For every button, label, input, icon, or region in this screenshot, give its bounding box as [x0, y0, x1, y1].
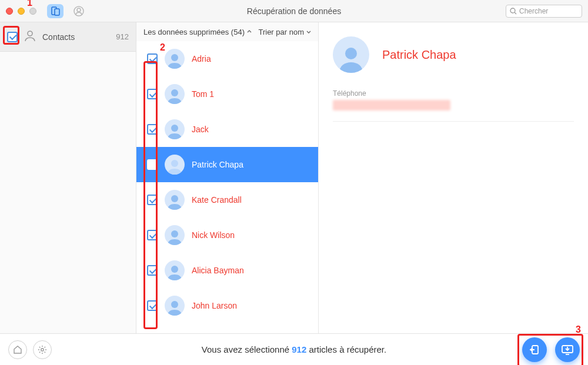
svg-point-4: [510, 8, 515, 13]
svg-point-14: [171, 301, 178, 308]
contact-checkbox[interactable]: [147, 195, 158, 205]
chevron-up-icon: [247, 29, 252, 34]
contact-row[interactable]: Adria: [136, 41, 318, 76]
gear-icon: [38, 345, 47, 354]
contact-name: Nick Wilson: [192, 230, 235, 240]
contact-name: Adria: [192, 54, 211, 63]
status-count: 912: [292, 344, 306, 354]
contacts-icon: [24, 29, 36, 44]
contact-row[interactable]: Tom 1: [136, 76, 318, 112]
sidebar-item-count: 912: [116, 32, 129, 41]
svg-point-8: [171, 89, 178, 96]
filter-deleted-dropdown[interactable]: Les données supprimées (54): [143, 28, 252, 36]
search-input[interactable]: Chercher: [506, 5, 582, 18]
select-all-checkbox[interactable]: [7, 32, 18, 42]
sort-label: Trier par nom: [258, 28, 304, 36]
maximize-window-button[interactable]: [29, 8, 36, 15]
contact-row[interactable]: Alicia Bayman: [136, 253, 318, 288]
home-button[interactable]: [8, 340, 27, 359]
contact-name: Kate Crandall: [192, 195, 242, 205]
contact-name: Jack: [192, 125, 209, 134]
contact-detail-pane: Patrick Chapa Téléphone: [319, 22, 588, 333]
svg-point-16: [41, 348, 44, 350]
avatar: [165, 49, 185, 69]
recover-to-computer-button[interactable]: [555, 337, 580, 362]
recover-to-device-button[interactable]: [522, 337, 547, 362]
contact-name: Patrick Chapa: [382, 48, 456, 62]
search-placeholder: Chercher: [519, 7, 548, 15]
avatar: [165, 190, 185, 210]
download-computer-icon: [561, 344, 574, 356]
search-icon: [510, 8, 517, 15]
sort-dropdown[interactable]: Trier par nom: [258, 28, 311, 36]
contact-row[interactable]: John Larson: [136, 288, 318, 323]
contact-name: Alicia Bayman: [192, 266, 244, 275]
svg-point-10: [171, 160, 178, 167]
svg-point-3: [77, 8, 81, 12]
avatar: [165, 260, 185, 280]
contact-checkbox[interactable]: [147, 89, 158, 99]
svg-point-11: [171, 195, 178, 202]
svg-point-7: [171, 54, 178, 61]
contact-row[interactable]: Patrick Chapa: [136, 147, 318, 182]
contact-checkbox[interactable]: [147, 124, 158, 135]
devices-tab-button[interactable]: [47, 4, 64, 18]
avatar: [165, 119, 185, 139]
contact-checkbox[interactable]: [147, 230, 158, 240]
avatar: [165, 155, 185, 175]
contact-checkbox[interactable]: [147, 159, 158, 170]
contact-row[interactable]: Kate Crandall: [136, 182, 318, 217]
contacts-list: Les données supprimées (54) Trier par no…: [136, 22, 319, 333]
home-icon: [13, 345, 22, 354]
settings-button[interactable]: [33, 340, 52, 359]
avatar: [165, 225, 185, 245]
chevron-down-icon: [306, 29, 311, 34]
svg-point-13: [171, 266, 178, 273]
svg-rect-1: [55, 9, 59, 15]
phone-field-value: [333, 100, 450, 110]
export-device-icon: [529, 344, 540, 356]
filter-deleted-label: Les données supprimées (54): [143, 28, 245, 36]
svg-point-9: [171, 125, 178, 132]
svg-point-6: [28, 31, 32, 36]
close-window-button[interactable]: [6, 8, 13, 15]
status-text: Vous avez sélectionné 912 articles à réc…: [0, 344, 588, 354]
title-bar: Récupération de données Chercher: [0, 0, 588, 22]
contact-name: Patrick Chapa: [192, 160, 243, 169]
phone-field-label: Téléphone: [333, 89, 574, 98]
contact-name: Tom 1: [192, 89, 214, 99]
user-tab-button[interactable]: [71, 4, 87, 18]
bottom-bar: Vous avez sélectionné 912 articles à réc…: [0, 333, 588, 365]
divider: [333, 121, 574, 122]
sidebar-item-label: Contacts: [42, 32, 75, 42]
sidebar: Contacts 912 1: [0, 22, 136, 333]
status-prefix: Vous avez sélectionné: [202, 344, 292, 354]
avatar: [333, 36, 369, 73]
window-title: Récupération de données: [0, 6, 588, 16]
contact-row[interactable]: Nick Wilson: [136, 217, 318, 253]
contact-name: John Larson: [192, 301, 237, 310]
traffic-lights: [6, 8, 36, 15]
svg-point-15: [345, 48, 357, 59]
contact-checkbox[interactable]: [147, 53, 158, 64]
svg-point-12: [171, 230, 178, 237]
svg-line-5: [514, 12, 516, 14]
contact-checkbox[interactable]: [147, 300, 158, 311]
sidebar-item-contacts[interactable]: Contacts 912: [0, 22, 136, 52]
contact-row[interactable]: Jack: [136, 112, 318, 147]
avatar: [165, 84, 185, 104]
avatar: [165, 296, 185, 316]
status-suffix: articles à récupérer.: [306, 344, 386, 354]
contact-checkbox[interactable]: [147, 265, 158, 276]
minimize-window-button[interactable]: [18, 8, 25, 15]
